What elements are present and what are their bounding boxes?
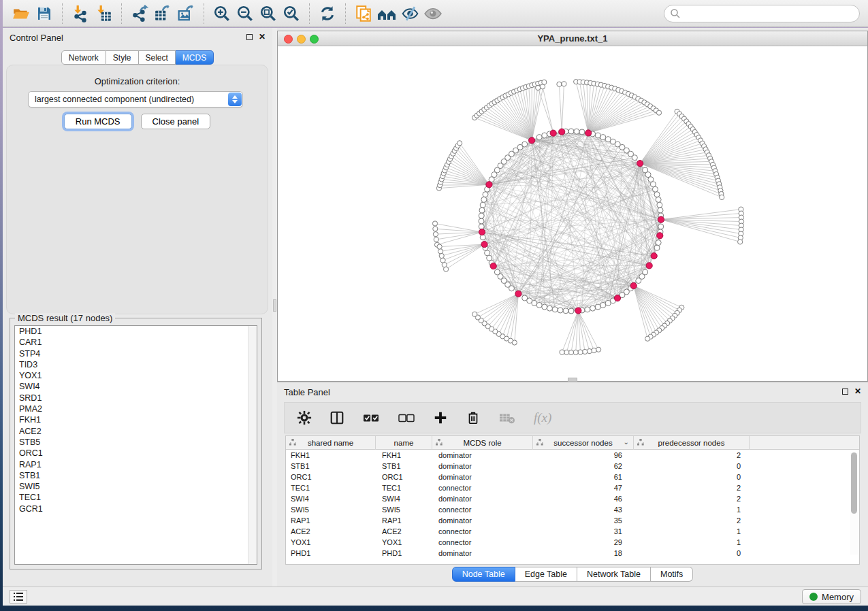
table-settings-button gear-icon[interactable] xyxy=(297,410,312,425)
tab-select[interactable]: Select xyxy=(139,50,176,65)
deselect-all-button unchecked-boxes-icon[interactable] xyxy=(398,410,415,425)
column-header-predecessor-nodes[interactable]: predecessor nodes xyxy=(634,436,750,450)
mcds-result-item[interactable]: STP4 xyxy=(15,348,257,359)
zoom-in-button[interactable] xyxy=(210,3,234,24)
mcds-result-item[interactable]: PMA2 xyxy=(15,403,257,414)
node-table: shared name name MCDS role successor nod… xyxy=(285,435,860,565)
mcds-list-scrollbar[interactable] xyxy=(248,326,257,564)
memory-status-dot xyxy=(809,593,818,601)
tab-edge-table[interactable]: Edge Table xyxy=(515,567,577,582)
table-header-row: shared name name MCDS role successor nod… xyxy=(286,436,859,450)
tab-network[interactable]: Network xyxy=(61,50,106,65)
tab-motifs[interactable]: Motifs xyxy=(651,567,693,582)
mcds-result-item[interactable]: ORC1 xyxy=(15,448,257,459)
table-cell: YOX1 xyxy=(286,537,376,548)
mcds-result-item[interactable]: YOX1 xyxy=(15,370,257,381)
clone-network-button[interactable] xyxy=(352,3,375,24)
mcds-result-item[interactable]: FKH1 xyxy=(15,414,257,425)
tab-mcds[interactable]: MCDS xyxy=(176,50,214,65)
table-cell: 31 xyxy=(533,526,634,537)
table-cell: 47 xyxy=(533,482,634,493)
tab-network-table[interactable]: Network Table xyxy=(577,567,651,582)
export-table-icon xyxy=(154,5,172,22)
network-canvas[interactable] xyxy=(278,47,867,381)
column-header-mcds-role[interactable]: MCDS role xyxy=(432,436,533,450)
vertical-splitter[interactable] xyxy=(272,28,277,587)
mcds-result-title: MCDS result (17 nodes) xyxy=(15,313,115,323)
mcds-result-item[interactable]: GCR1 xyxy=(15,503,257,514)
optimization-criterion-select[interactable]: largest connected component (undirected) xyxy=(28,91,243,108)
search-box[interactable] xyxy=(664,5,860,22)
mcds-result-item[interactable]: STB5 xyxy=(15,437,257,448)
close-panel-button[interactable]: Close panel xyxy=(141,114,211,129)
mcds-result-list[interactable]: PHD1CAR1STP4TID3YOX1SWI4SRD1PMA2FKH1ACE2… xyxy=(14,325,257,565)
show-hidden-button[interactable] xyxy=(421,3,445,24)
column-header-shared-name[interactable]: shared name xyxy=(286,436,376,450)
table-row[interactable]: PHD1PHD1dominator180 xyxy=(286,548,859,559)
zoom-in-icon xyxy=(213,5,231,22)
column-header-successor-nodes[interactable]: successor nodes ⌄ xyxy=(533,436,634,450)
mcds-result-item[interactable]: SRD1 xyxy=(15,393,257,403)
export-table-button[interactable] xyxy=(151,3,174,24)
mcds-result-item[interactable]: TEC1 xyxy=(15,492,257,503)
table-row[interactable]: TEC1TEC1connector472 xyxy=(286,482,859,493)
mcds-result-item[interactable]: STB1 xyxy=(15,470,257,481)
search-input[interactable] xyxy=(681,7,859,20)
scrollbar-thumb[interactable] xyxy=(851,452,857,514)
column-header-name[interactable]: name xyxy=(376,436,432,450)
table-row[interactable]: SWI4SWI4dominator462 xyxy=(286,493,859,504)
import-table-button[interactable] xyxy=(92,3,115,24)
apply-layout-button[interactable] xyxy=(316,3,339,24)
export-network-icon xyxy=(131,5,148,22)
table-cell: connector xyxy=(432,504,533,515)
close-panel-icon[interactable]: ✕ xyxy=(854,388,861,395)
show-columns-button columns-icon[interactable] xyxy=(329,410,344,425)
network-window-titlebar[interactable]: YPA_prune.txt_1 xyxy=(278,31,867,46)
mcds-result-item[interactable]: PHD1 xyxy=(15,326,257,337)
table-row[interactable]: RAP1RAP1dominator352 xyxy=(286,515,859,526)
table-row[interactable]: ORC1ORC1dominator610 xyxy=(286,472,859,482)
table-cell: 35 xyxy=(533,515,634,526)
network-graph[interactable] xyxy=(278,47,867,382)
tab-style[interactable]: Style xyxy=(106,50,139,65)
select-all-button checked-boxes-icon[interactable] xyxy=(362,410,380,425)
show-all-button[interactable] xyxy=(375,3,398,24)
mcds-result-item[interactable]: RAP1 xyxy=(15,459,257,470)
function-builder-button fx-icon[interactable]: f(x) xyxy=(534,410,551,425)
mcds-result-item[interactable]: ACE2 xyxy=(15,426,257,437)
mcds-result-item[interactable]: TID3 xyxy=(15,359,257,370)
add-column-button plus-icon[interactable] xyxy=(433,410,448,425)
table-row[interactable]: FKH1FKH1dominator962 xyxy=(286,450,859,461)
task-history-button[interactable] xyxy=(10,590,27,604)
zoom-fit-button[interactable] xyxy=(257,3,280,24)
table-cell: 29 xyxy=(533,537,634,548)
mcds-result-item[interactable]: SWI4 xyxy=(15,381,257,392)
hide-selected-button[interactable] xyxy=(398,3,421,24)
table-row[interactable]: ACE2ACE2connector311 xyxy=(286,526,859,537)
zoom-out-button[interactable] xyxy=(234,3,257,24)
table-scrollbar[interactable] xyxy=(850,452,858,555)
float-panel-icon[interactable] xyxy=(246,34,253,40)
float-panel-icon[interactable] xyxy=(842,389,848,395)
import-network-button[interactable] xyxy=(69,3,92,24)
table-row[interactable]: SWI5SWI5connector431 xyxy=(286,504,859,515)
table-row[interactable]: STB1STB1dominator620 xyxy=(286,461,859,472)
delete-column-button trash-icon[interactable] xyxy=(466,410,481,425)
mcds-result-item[interactable]: SWI5 xyxy=(15,481,257,492)
tab-node-table[interactable]: Node Table xyxy=(452,567,515,582)
mcds-result-item[interactable]: CAR1 xyxy=(15,337,257,348)
run-mcds-button[interactable]: Run MCDS xyxy=(64,114,132,129)
delete-table-button table-x-icon[interactable] xyxy=(498,410,516,425)
table-cell: 43 xyxy=(533,504,634,515)
memory-button[interactable]: Memory xyxy=(802,589,861,604)
splitter-handle[interactable] xyxy=(273,299,276,312)
save-session-button[interactable] xyxy=(33,3,56,24)
table-toolbar: f(x) xyxy=(284,402,861,433)
close-panel-icon[interactable]: ✕ xyxy=(259,33,266,40)
table-row[interactable]: YOX1YOX1connector291 xyxy=(286,537,859,548)
zoom-selected-button[interactable] xyxy=(280,3,303,24)
open-file-button[interactable] xyxy=(10,3,33,24)
table-cell: 46 xyxy=(533,493,634,504)
export-network-button[interactable] xyxy=(128,3,151,24)
export-image-button[interactable] xyxy=(174,3,197,24)
